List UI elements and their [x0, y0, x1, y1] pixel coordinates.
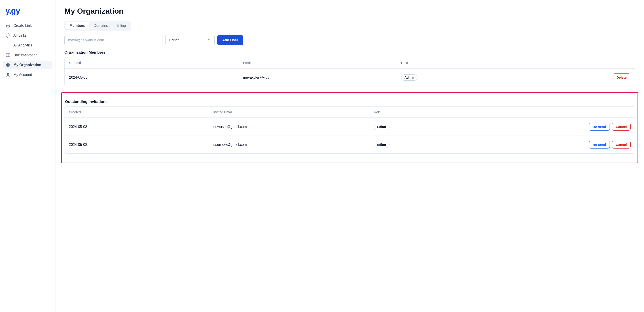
invite-email-input[interactable] [64, 35, 163, 45]
main-content: My Organization Members Domains Billing … [56, 0, 644, 312]
role-badge: Editor [374, 142, 390, 148]
outstanding-invitations-highlight: Outstanding Invitations Created Invited … [61, 92, 638, 163]
globe-icon [6, 63, 10, 67]
cell-email: usernew@gmail.com [213, 143, 374, 147]
delete-member-button[interactable]: Delete [613, 73, 630, 81]
col-email: Email [243, 61, 401, 65]
col-role: Role [374, 110, 534, 114]
user-icon [6, 73, 10, 77]
sidebar-item-label: Documentation [14, 53, 38, 57]
cell-email: mayakyler@y.gy [243, 75, 401, 80]
resend-invite-button[interactable]: Re-send [589, 141, 610, 149]
invites-table-header: Created Invited Email Role [64, 107, 635, 118]
bar-chart-icon [6, 43, 10, 48]
members-table-header: Created Email Role [64, 57, 635, 68]
invite-role-select[interactable]: Editor [166, 35, 215, 45]
brand-logo[interactable]: y.gy [3, 5, 52, 20]
table-row: 2024-05-08 mayakyler@y.gy Admin Delete [64, 68, 635, 86]
link-icon [6, 33, 10, 38]
cell-created: 2024-05-08 [69, 75, 243, 80]
tab-members[interactable]: Members [66, 22, 89, 29]
members-section-title: Organization Members [64, 50, 635, 55]
sidebar-item-label: My Organization [14, 63, 41, 67]
tab-domains[interactable]: Domains [90, 22, 112, 29]
cell-email: newuser@gmail.com [213, 125, 374, 129]
cancel-invite-button[interactable]: Cancel [612, 141, 630, 149]
cell-created: 2024-05-08 [69, 125, 213, 129]
table-row: 2024-05-08 newuser@gmail.com Editor Re-s… [64, 118, 635, 136]
sidebar-item-all-analytics[interactable]: All Analytics [3, 41, 52, 50]
role-select-value: Editor [169, 38, 179, 42]
svg-point-8 [8, 73, 9, 75]
members-table: Created Email Role 2024-05-08 mayakyler@… [64, 57, 635, 86]
plus-circle-icon [6, 23, 10, 28]
tab-billing[interactable]: Billing [112, 22, 130, 29]
col-created: Created [69, 61, 243, 65]
add-user-form: Editor Add User [64, 35, 635, 45]
cancel-invite-button[interactable]: Cancel [612, 123, 630, 131]
tabs: Members Domains Billing [64, 21, 131, 31]
resend-invite-button[interactable]: Re-send [589, 123, 610, 131]
page-title: My Organization [64, 7, 635, 15]
role-badge: Admin [401, 74, 418, 81]
sidebar-item-my-organization[interactable]: My Organization [3, 61, 52, 69]
sidebar-item-my-account[interactable]: My Account [3, 71, 52, 79]
sidebar: y.gy Create Link All Links All Analytics… [0, 0, 56, 312]
col-invited-email: Invited Email [213, 110, 374, 114]
sidebar-item-label: My Account [14, 73, 32, 77]
invites-table: Created Invited Email Role 2024-05-08 ne… [64, 106, 635, 154]
sidebar-item-label: All Links [14, 33, 27, 37]
sidebar-item-label: Create Link [14, 24, 32, 28]
sidebar-item-all-links[interactable]: All Links [3, 31, 52, 40]
invites-section-title: Outstanding Invitations [64, 100, 635, 104]
sidebar-item-label: All Analytics [14, 43, 32, 47]
add-user-button[interactable]: Add User [217, 35, 243, 45]
sidebar-item-documentation[interactable]: Documentation [3, 51, 52, 59]
chevron-down-icon [207, 38, 211, 42]
col-role: Role [401, 61, 559, 65]
book-icon [6, 53, 10, 57]
sidebar-item-create-link[interactable]: Create Link [3, 21, 52, 30]
role-badge: Editor [374, 124, 390, 130]
cell-created: 2024-05-08 [69, 143, 213, 147]
col-created: Created [69, 110, 213, 114]
table-row: 2024-05-08 usernew@gmail.com Editor Re-s… [64, 136, 635, 154]
